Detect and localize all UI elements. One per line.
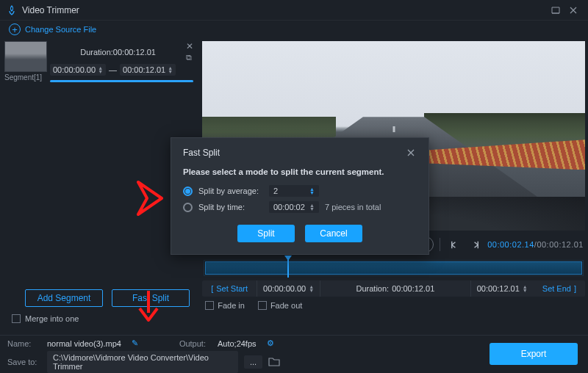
copy-segment-icon[interactable]: ⧉ (186, 53, 193, 62)
spinner-icon[interactable]: ▲▼ (98, 66, 103, 73)
plus-circle-icon: + (9, 23, 21, 35)
remove-segment-icon[interactable]: ✕ (186, 41, 193, 51)
app-logo-icon (6, 4, 18, 16)
split-right-icon[interactable] (467, 236, 483, 253)
modal-title: Fast Split (183, 148, 220, 158)
title-bar: Video Trimmer (0, 0, 588, 21)
modal-cancel-button[interactable]: Cancel (305, 225, 362, 242)
name-label: Name: (7, 339, 41, 348)
range-bar: [ Set Start 00:00:00.00▲▼ Duration:00:00… (202, 280, 585, 297)
segment-mini-slider[interactable] (50, 80, 193, 82)
output-label: Output: (179, 339, 206, 348)
set-end-button[interactable]: Set End ] (534, 280, 585, 297)
fade-in-checkbox[interactable] (205, 301, 214, 310)
split-left-icon[interactable] (446, 236, 462, 253)
browse-button[interactable]: ... (244, 355, 262, 369)
split-time-label: Split by time: (198, 203, 263, 211)
split-time-input[interactable]: 00:00:02 ▲▼ (269, 201, 319, 213)
split-average-radio[interactable] (183, 186, 193, 196)
change-source-bar[interactable]: + Change Source File (0, 21, 588, 38)
split-time-trailing: 7 pieces in total (325, 203, 381, 211)
segment-thumb-col: Segment[1] (4, 41, 47, 82)
merge-checkbox[interactable] (12, 314, 21, 323)
add-segment-button[interactable]: Add Segment (25, 289, 103, 307)
split-average-label: Split by average: (198, 186, 263, 195)
save-to-label: Save to: (7, 358, 41, 366)
modal-split-button[interactable]: Split (237, 225, 295, 242)
file-name: normal video(3).mp4 (47, 339, 121, 348)
output-value: Auto;24fps (218, 339, 257, 348)
save-path-field[interactable]: C:\Vidmore\Vidmore Video Converter\Video… (47, 351, 238, 373)
fade-out-label: Fade out (270, 301, 302, 310)
fast-split-modal: Fast Split Please select a mode to split… (171, 137, 429, 255)
footer: Name: normal video(3).mp4 ✎ Output: Auto… (0, 335, 588, 373)
range-duration: Duration:00:00:12.01 (320, 280, 470, 297)
app-title: Video Trimmer (22, 5, 79, 15)
fade-in-label: Fade in (218, 301, 245, 310)
change-source-label: Change Source File (25, 25, 96, 34)
range-end-input[interactable]: 00:00:12.01▲▼ (470, 280, 534, 297)
split-time-radio[interactable] (183, 203, 193, 212)
segment-thumbnail[interactable] (4, 41, 47, 72)
modal-close-icon[interactable] (405, 147, 417, 159)
modal-message: Please select a mode to split the curren… (183, 167, 417, 176)
set-start-button[interactable]: [ Set Start (202, 280, 257, 297)
playhead-icon[interactable] (287, 257, 289, 278)
annotation-arrow-icon (129, 286, 168, 332)
segment-start-input[interactable]: 00:00:00.00 ▲▼ (50, 64, 106, 76)
rename-icon[interactable]: ✎ (132, 338, 138, 348)
annotation-arrow-icon (132, 176, 171, 222)
time-readout: 00:00:02.14/00:00:12.01 (487, 240, 584, 249)
segment-end-input[interactable]: 00:00:12.01 ▲▼ (120, 64, 176, 76)
segment-duration: Duration:00:00:12.01 (50, 48, 186, 57)
export-button[interactable]: Export (490, 343, 578, 365)
output-settings-icon[interactable]: ⚙ (267, 338, 274, 348)
fade-out-checkbox[interactable] (258, 301, 267, 310)
segment-row[interactable]: Segment[1] Duration:00:00:12.01 ✕ ⧉ 00:0… (4, 41, 193, 82)
minimize-button[interactable] (547, 3, 564, 18)
spinner-icon[interactable]: ▲▼ (168, 66, 173, 73)
segment-label: Segment[1] (4, 73, 47, 82)
split-average-input[interactable]: 2 ▲▼ (269, 185, 319, 197)
range-dash: — (109, 65, 117, 74)
merge-label: Merge into one (25, 314, 79, 323)
close-window-button[interactable] (564, 3, 582, 18)
timeline-track[interactable] (204, 260, 584, 276)
range-start-input[interactable]: 00:00:00.00▲▼ (257, 280, 320, 297)
open-folder-icon[interactable] (268, 356, 280, 368)
